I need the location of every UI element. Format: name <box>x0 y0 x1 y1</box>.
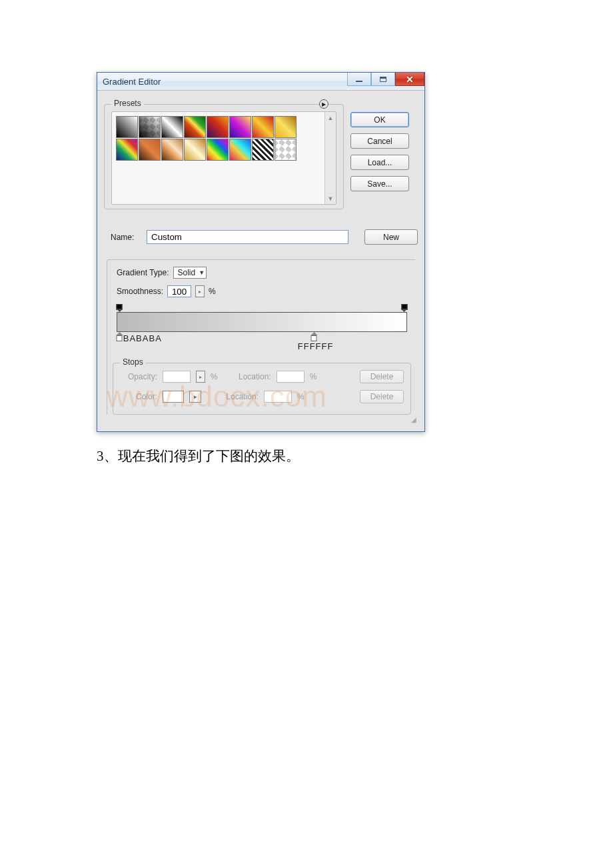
dialog-body: Presets ▶ <box>97 91 424 431</box>
name-input[interactable] <box>147 230 348 244</box>
color-stop-mid[interactable] <box>310 332 318 341</box>
opacity-delete-button[interactable]: Delete <box>360 370 404 383</box>
presets-legend: Presets <box>111 99 144 108</box>
load-button[interactable]: Load... <box>350 155 409 170</box>
dialog-side-buttons: OK Cancel Load... Save... <box>350 112 409 191</box>
color-stop-label-mid: FFFFFF <box>298 341 334 351</box>
smoothness-row: Smoothness: ▸ % <box>113 285 411 297</box>
presets-fieldset: Presets ▶ <box>104 104 344 209</box>
preset-swatch[interactable] <box>116 139 138 161</box>
color-label: Color: <box>123 392 157 401</box>
page-caption: 3、现在我们得到了下图的效果。 <box>97 447 516 465</box>
color-delete-button[interactable]: Delete <box>360 390 404 403</box>
window-controls: ✕ <box>347 73 424 86</box>
preset-swatch[interactable] <box>252 116 274 138</box>
new-button[interactable]: New <box>364 229 418 245</box>
gradient-editor-dialog: Gradient Editor ✕ Presets ▶ <box>97 72 425 432</box>
smoothness-label: Smoothness: <box>117 287 163 296</box>
smoothness-input[interactable] <box>167 285 191 297</box>
color-swatch-button[interactable] <box>163 391 184 403</box>
presets-list: ▲ ▼ <box>111 111 336 205</box>
presets-swatch-area <box>112 112 324 204</box>
preset-swatch[interactable] <box>207 139 229 161</box>
gradient-type-value: Solid <box>178 268 196 277</box>
preset-swatch[interactable] <box>139 116 161 138</box>
opacity-stops-track[interactable] <box>117 304 407 312</box>
color-location-input[interactable] <box>264 391 292 403</box>
opacity-stop-row: Opacity: ▸ % Location: % Delete <box>120 370 404 383</box>
preset-swatch[interactable] <box>161 139 183 161</box>
preset-swatch[interactable] <box>139 139 161 161</box>
preset-swatch[interactable] <box>229 116 251 138</box>
preset-swatch[interactable] <box>161 116 183 138</box>
scroll-up-icon[interactable]: ▲ <box>325 112 336 123</box>
name-label: Name: <box>111 233 140 242</box>
opacity-label: Opacity: <box>123 372 157 381</box>
gradient-editor-area: BABABA FFFFFF <box>113 304 411 341</box>
preset-swatch[interactable] <box>275 139 297 161</box>
preset-swatch[interactable] <box>275 116 297 138</box>
ok-button[interactable]: OK <box>350 112 409 127</box>
opacity-percent: % <box>211 372 218 381</box>
name-row: Name: New <box>111 229 418 245</box>
gradient-type-label: Gradient Type: <box>117 268 169 277</box>
preset-swatch[interactable] <box>252 139 274 161</box>
smoothness-percent: % <box>209 287 216 296</box>
resize-grip[interactable]: ◢ <box>104 415 418 425</box>
preset-swatch[interactable] <box>229 139 251 161</box>
color-picker-flyout[interactable]: ▸ <box>189 391 201 403</box>
opacity-input[interactable] <box>163 371 191 383</box>
color-stop-left[interactable] <box>116 332 123 341</box>
preset-swatch[interactable] <box>207 116 229 138</box>
stops-fieldset: Stops Opacity: ▸ % Location: % Delete <box>113 363 411 415</box>
close-button[interactable]: ✕ <box>395 73 424 86</box>
opacity-stepper[interactable]: ▸ <box>196 371 205 383</box>
presets-scrollbar[interactable]: ▲ ▼ <box>324 112 336 204</box>
cancel-button[interactable]: Cancel <box>350 133 409 149</box>
color-stop-row: Color: ▸ Location: % Delete <box>120 390 404 403</box>
smoothness-stepper[interactable]: ▸ <box>195 285 205 297</box>
opacity-location-label: Location: <box>237 372 271 381</box>
color-location-label: Location: <box>224 392 259 401</box>
preset-swatch[interactable] <box>184 139 206 161</box>
color-location-percent: % <box>297 392 305 401</box>
maximize-button[interactable] <box>371 73 395 86</box>
opacity-stop[interactable] <box>400 304 408 311</box>
opacity-location-input[interactable] <box>277 371 305 383</box>
opacity-location-percent: % <box>310 372 317 381</box>
opacity-stop[interactable] <box>116 304 123 311</box>
gradient-type-row: Gradient Type: Solid ▼ <box>113 267 411 279</box>
window-title: Gradient Editor <box>103 77 161 87</box>
gradient-settings: Gradient Type: Solid ▼ Smoothness: ▸ % <box>104 257 418 415</box>
preset-swatch[interactable] <box>116 116 138 138</box>
gradient-preview-bar[interactable] <box>117 312 407 332</box>
titlebar: Gradient Editor ✕ <box>97 73 424 91</box>
stops-legend: Stops <box>120 357 146 367</box>
preset-swatch[interactable] <box>184 116 206 138</box>
chevron-down-icon: ▼ <box>199 269 205 276</box>
save-button[interactable]: Save... <box>350 176 409 191</box>
color-stop-label-left: BABABA <box>123 333 162 343</box>
presets-flyout-button[interactable]: ▶ <box>319 99 328 109</box>
minimize-button[interactable] <box>347 73 371 86</box>
gradient-type-select[interactable]: Solid ▼ <box>173 267 207 279</box>
scroll-down-icon[interactable]: ▼ <box>325 193 336 204</box>
